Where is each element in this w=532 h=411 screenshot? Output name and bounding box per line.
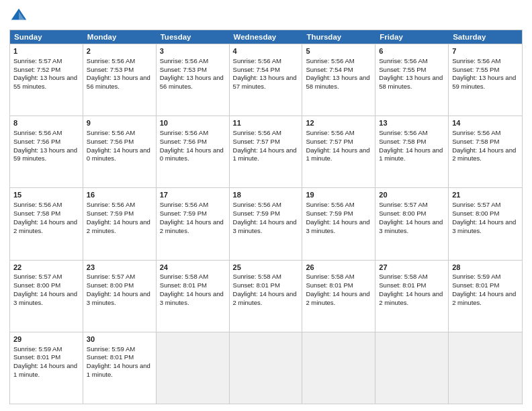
daylight: Daylight: 14 hours and 3 minutes. <box>452 218 516 234</box>
sunrise: Sunrise: 5:57 AM <box>379 201 427 208</box>
sunrise: Sunrise: 5:56 AM <box>452 129 500 136</box>
calendar-cell: 4Sunrise: 5:56 AMSunset: 7:54 PMDaylight… <box>230 44 303 116</box>
sunrise: Sunrise: 5:59 AM <box>452 273 500 280</box>
calendar-cell: 13Sunrise: 5:56 AMSunset: 7:58 PMDayligh… <box>375 116 449 187</box>
sunrise: Sunrise: 5:58 AM <box>379 273 427 280</box>
cal-header-day: Tuesday <box>157 30 230 44</box>
sunset: Sunset: 8:01 PM <box>160 281 207 289</box>
day-number: 26 <box>306 263 371 273</box>
daylight: Daylight: 13 hours and 55 minutes. <box>13 74 77 90</box>
sunrise: Sunrise: 5:56 AM <box>452 57 500 64</box>
sunrise: Sunrise: 5:56 AM <box>87 129 135 136</box>
daylight: Daylight: 13 hours and 56 minutes. <box>160 74 224 90</box>
day-number: 21 <box>452 190 519 200</box>
calendar-cell: 20Sunrise: 5:57 AMSunset: 8:00 PMDayligh… <box>375 188 449 259</box>
day-number: 4 <box>233 46 299 56</box>
sunset: Sunset: 7:53 PM <box>87 66 134 73</box>
daylight: Daylight: 14 hours and 1 minute. <box>233 146 297 163</box>
daylight: Daylight: 14 hours and 1 minute. <box>379 146 443 163</box>
sunset: Sunset: 7:58 PM <box>379 138 426 145</box>
sunset: Sunset: 7:52 PM <box>13 66 60 73</box>
sunset: Sunset: 8:01 PM <box>87 353 134 361</box>
sunset: Sunset: 7:54 PM <box>306 66 353 73</box>
calendar-row: 1Sunrise: 5:57 AMSunset: 7:52 PMDaylight… <box>10 44 522 116</box>
day-number: 18 <box>233 190 299 200</box>
day-number: 15 <box>13 190 79 200</box>
calendar-row: 22Sunrise: 5:57 AMSunset: 8:00 PMDayligh… <box>10 260 522 332</box>
daylight: Daylight: 14 hours and 3 minutes. <box>233 218 297 234</box>
sunrise: Sunrise: 5:56 AM <box>306 201 354 208</box>
calendar-cell: 12Sunrise: 5:56 AMSunset: 7:57 PMDayligh… <box>302 116 375 187</box>
daylight: Daylight: 14 hours and 2 minutes. <box>379 290 443 306</box>
sunrise: Sunrise: 5:56 AM <box>233 57 281 64</box>
day-number: 9 <box>87 118 152 128</box>
daylight: Daylight: 14 hours and 0 minutes. <box>87 146 150 163</box>
day-number: 16 <box>87 190 152 200</box>
calendar-cell: 17Sunrise: 5:56 AMSunset: 7:59 PMDayligh… <box>157 188 230 259</box>
calendar-cell: 9Sunrise: 5:56 AMSunset: 7:56 PMDaylight… <box>83 116 157 187</box>
logo <box>9 7 30 26</box>
daylight: Daylight: 14 hours and 3 minutes. <box>13 290 77 306</box>
sunset: Sunset: 7:56 PM <box>13 138 60 145</box>
sunrise: Sunrise: 5:59 AM <box>87 345 135 353</box>
sunrise: Sunrise: 5:56 AM <box>13 201 62 208</box>
calendar-cell: 2Sunrise: 5:56 AMSunset: 7:53 PMDaylight… <box>83 44 157 116</box>
header <box>9 7 523 26</box>
daylight: Daylight: 13 hours and 58 minutes. <box>306 74 369 90</box>
sunrise: Sunrise: 5:56 AM <box>160 201 208 208</box>
sunset: Sunset: 7:54 PM <box>233 66 280 73</box>
sunset: Sunset: 7:58 PM <box>13 210 60 217</box>
sunset: Sunset: 8:00 PM <box>87 281 134 289</box>
daylight: Daylight: 14 hours and 2 minutes. <box>452 146 516 163</box>
day-number: 1 <box>13 46 79 56</box>
day-number: 29 <box>13 334 79 345</box>
daylight: Daylight: 14 hours and 3 minutes. <box>160 290 224 306</box>
sunset: Sunset: 7:57 PM <box>233 138 280 145</box>
sunset: Sunset: 8:00 PM <box>379 210 426 217</box>
calendar-header: SundayMondayTuesdayWednesdayThursdayFrid… <box>10 30 522 44</box>
day-number: 28 <box>452 263 519 273</box>
daylight: Daylight: 14 hours and 2 minutes. <box>87 218 150 234</box>
daylight: Daylight: 13 hours and 58 minutes. <box>379 74 443 90</box>
calendar-cell <box>375 332 449 404</box>
cal-header-day: Wednesday <box>230 30 303 44</box>
daylight: Daylight: 14 hours and 2 minutes. <box>452 290 516 306</box>
sunrise: Sunrise: 5:57 AM <box>13 57 62 64</box>
day-number: 6 <box>379 46 445 56</box>
sunrise: Sunrise: 5:57 AM <box>452 201 500 208</box>
calendar-cell: 19Sunrise: 5:56 AMSunset: 7:59 PMDayligh… <box>302 188 375 259</box>
sunrise: Sunrise: 5:58 AM <box>160 273 208 280</box>
calendar-cell: 3Sunrise: 5:56 AMSunset: 7:53 PMDaylight… <box>157 44 230 116</box>
sunset: Sunset: 8:01 PM <box>306 281 353 289</box>
day-number: 11 <box>233 118 299 128</box>
day-number: 22 <box>13 263 79 273</box>
sunrise: Sunrise: 5:57 AM <box>87 273 135 280</box>
daylight: Daylight: 14 hours and 2 minutes. <box>13 218 77 234</box>
day-number: 7 <box>452 46 519 56</box>
daylight: Daylight: 14 hours and 1 minute. <box>87 362 150 378</box>
calendar-cell <box>230 332 303 404</box>
sunset: Sunset: 7:58 PM <box>452 138 499 145</box>
logo-icon <box>9 7 28 26</box>
calendar-cell <box>302 332 375 404</box>
sunset: Sunset: 8:01 PM <box>13 353 60 361</box>
day-number: 14 <box>452 118 519 128</box>
sunrise: Sunrise: 5:56 AM <box>160 57 208 64</box>
sunset: Sunset: 7:57 PM <box>306 138 353 145</box>
calendar-cell: 25Sunrise: 5:58 AMSunset: 8:01 PMDayligh… <box>230 261 303 332</box>
daylight: Daylight: 14 hours and 1 minute. <box>13 362 77 378</box>
calendar-cell <box>157 332 230 404</box>
sunrise: Sunrise: 5:58 AM <box>306 273 354 280</box>
calendar-cell: 28Sunrise: 5:59 AMSunset: 8:01 PMDayligh… <box>449 261 522 332</box>
calendar-row: 29Sunrise: 5:59 AMSunset: 8:01 PMDayligh… <box>10 332 522 404</box>
sunset: Sunset: 7:59 PM <box>87 210 134 217</box>
daylight: Daylight: 13 hours and 56 minutes. <box>87 74 150 90</box>
day-number: 10 <box>160 118 226 128</box>
calendar-cell: 14Sunrise: 5:56 AMSunset: 7:58 PMDayligh… <box>449 116 522 187</box>
day-number: 25 <box>233 263 299 273</box>
daylight: Daylight: 14 hours and 3 minutes. <box>87 290 150 306</box>
sunset: Sunset: 7:59 PM <box>160 210 207 217</box>
sunset: Sunset: 7:56 PM <box>160 138 207 145</box>
daylight: Daylight: 13 hours and 57 minutes. <box>233 74 297 90</box>
calendar-body: 1Sunrise: 5:57 AMSunset: 7:52 PMDaylight… <box>10 44 522 404</box>
